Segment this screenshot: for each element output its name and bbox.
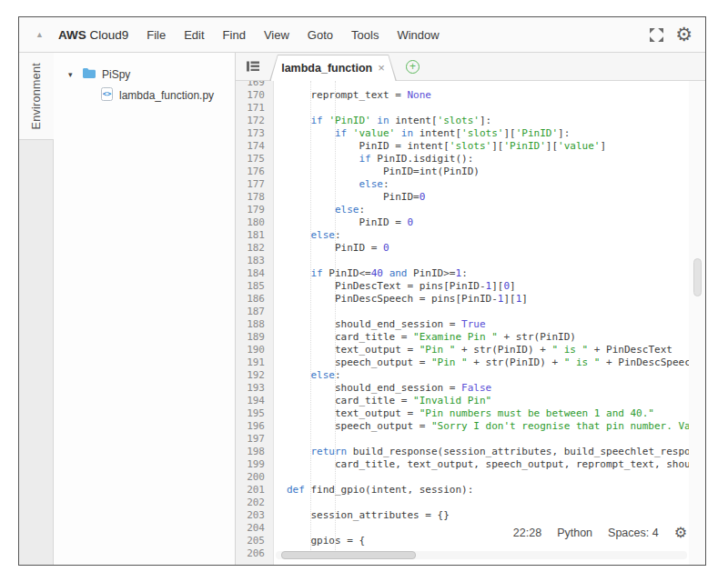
line-number: 206: [236, 547, 273, 560]
code-line-186: PinDescSpeech = pins[PinID-1][1]: [287, 293, 689, 306]
code-line-181: else:: [287, 229, 689, 242]
tab-label: lambda_function: [281, 62, 372, 75]
tab-lambda-function[interactable]: lambda_function ×: [269, 55, 397, 81]
line-number: 193: [236, 382, 273, 395]
code-line-177: else:: [287, 178, 689, 191]
code-line-190: text_output = "Pin " + str(PinID) + " is…: [287, 344, 689, 356]
code-line-178: PinID=0: [287, 191, 689, 204]
code-line-183: [287, 255, 689, 267]
app-title: AWS Cloud9: [58, 28, 128, 42]
line-number: 178: [236, 191, 273, 204]
folder-icon: [82, 67, 96, 82]
line-number: 183: [236, 255, 273, 267]
collapse-menubar-icon[interactable]: ▲: [35, 30, 44, 39]
left-dock-strip: Environment: [19, 53, 54, 565]
line-number: 175: [236, 153, 273, 166]
menu-item-find[interactable]: Find: [214, 23, 255, 47]
line-number-gutter[interactable]: 1691701711721731741751761771781791801811…: [236, 81, 274, 565]
line-number: 169: [236, 81, 273, 89]
line-number: 202: [236, 497, 273, 509]
menu-item-goto[interactable]: Goto: [298, 23, 342, 47]
line-number: 177: [236, 178, 273, 191]
code-line-185: PinDescText = pins[PinID-1][0]: [287, 280, 689, 293]
code-line-194: card_title = "Invalid Pin": [287, 395, 689, 407]
tab-bar: lambda_function × +: [236, 53, 705, 81]
code-line-192: else:: [287, 369, 689, 382]
folder-name: PiSpy: [102, 68, 130, 81]
horizontal-scrollbar-thumb[interactable]: [281, 551, 416, 559]
cursor-position[interactable]: 22:28: [513, 527, 541, 539]
ide-body: Environment ▾ PiSpy <>: [19, 53, 705, 565]
code-line-184: if PinID<=40 and PinID>=1:: [287, 267, 689, 280]
file-tree: ▾ PiSpy <> lambda_function.py: [54, 53, 236, 565]
line-number: 184: [236, 267, 273, 280]
code-line-169: [287, 81, 689, 89]
vertical-scrollbar[interactable]: [693, 258, 702, 296]
line-number: 182: [236, 242, 273, 255]
menu-item-view[interactable]: View: [255, 23, 298, 47]
line-number: 203: [236, 509, 273, 522]
app-title-bold: AWS: [58, 28, 86, 42]
menu-item-tools[interactable]: Tools: [342, 23, 388, 47]
new-tab-plus-icon[interactable]: +: [406, 60, 420, 74]
line-number: 173: [236, 127, 273, 140]
line-number: 204: [236, 522, 273, 535]
sidebar-tab-environment[interactable]: Environment: [19, 53, 54, 140]
line-number: 171: [236, 102, 273, 115]
app-title-rest: Cloud9: [86, 28, 129, 42]
tab-close-icon[interactable]: ×: [378, 63, 385, 74]
tree-folder-pispy[interactable]: ▾ PiSpy: [54, 64, 235, 85]
python-file-icon: <>: [101, 87, 113, 104]
menu-bar: ▲ AWS Cloud9 FileEditFindViewGotoToolsWi…: [19, 17, 705, 53]
code-line-175: if PinID.isdigit():: [287, 153, 689, 166]
folder-expand-arrow-icon[interactable]: ▾: [68, 70, 76, 79]
scrollbar-track-area: [689, 81, 705, 565]
settings-gear-icon[interactable]: ⚙: [675, 27, 693, 43]
fullscreen-expand-icon[interactable]: [649, 27, 664, 43]
code-line-203: session_attributes = {}: [287, 509, 689, 522]
code-line-199: card_title, text_output, speech_output, …: [287, 458, 689, 471]
line-number: 201: [236, 484, 273, 497]
line-number: 181: [236, 229, 273, 242]
file-name: lambda_function.py: [119, 89, 214, 102]
line-number: 198: [236, 446, 273, 458]
code-line-188: should_end_session = True: [287, 318, 689, 331]
line-number: 197: [236, 433, 273, 446]
tab-size[interactable]: Spaces: 4: [608, 527, 659, 539]
line-number: 192: [236, 369, 273, 382]
code-line-195: text_output = "Pin numbers must be betwe…: [287, 407, 689, 420]
tree-file-lambda-function[interactable]: <> lambda_function.py: [54, 85, 235, 105]
line-number: 191: [236, 356, 273, 369]
menu-item-edit[interactable]: Edit: [175, 23, 213, 47]
editor-status-bar: 22:28 Python Spaces: 4 ⚙: [513, 527, 687, 539]
menu-item-file[interactable]: File: [137, 23, 175, 47]
line-number: 186: [236, 293, 273, 306]
tab-list-icon[interactable]: [246, 60, 260, 73]
menu-item-window[interactable]: Window: [388, 23, 448, 47]
line-number: 180: [236, 216, 273, 229]
svg-text:<>: <>: [103, 90, 112, 98]
status-settings-gear-icon[interactable]: ⚙: [674, 527, 687, 539]
code-line-182: PinID = 0: [287, 242, 689, 255]
line-number: 170: [236, 89, 273, 102]
line-number: 194: [236, 395, 273, 407]
syntax-mode[interactable]: Python: [557, 527, 592, 539]
code-editor[interactable]: 1691701711721731741751761771781791801811…: [236, 81, 705, 565]
horizontal-scrollbar[interactable]: [276, 551, 687, 559]
code-line-198: return build_response(session_attributes…: [287, 446, 689, 458]
line-number: 200: [236, 471, 273, 484]
line-number: 195: [236, 407, 273, 420]
code-area[interactable]: reprompt_text = None if 'PinID' in inten…: [275, 81, 689, 565]
line-number: 172: [236, 115, 273, 127]
line-number: 185: [236, 280, 273, 293]
environment-label: Environment: [30, 63, 43, 129]
code-line-173: if 'value' in intent['slots']['PinID']:: [287, 127, 689, 140]
code-line-179: else:: [287, 204, 689, 216]
line-number: 189: [236, 331, 273, 344]
code-line-187: [287, 306, 689, 318]
code-line-172: if 'PinID' in intent['slots']:: [287, 115, 689, 127]
code-line-174: PinID = intent['slots']['PinID']['value'…: [287, 140, 689, 153]
line-number: 190: [236, 344, 273, 356]
cloud9-window: ▲ AWS Cloud9 FileEditFindViewGotoToolsWi…: [18, 16, 706, 566]
line-number: 196: [236, 420, 273, 433]
